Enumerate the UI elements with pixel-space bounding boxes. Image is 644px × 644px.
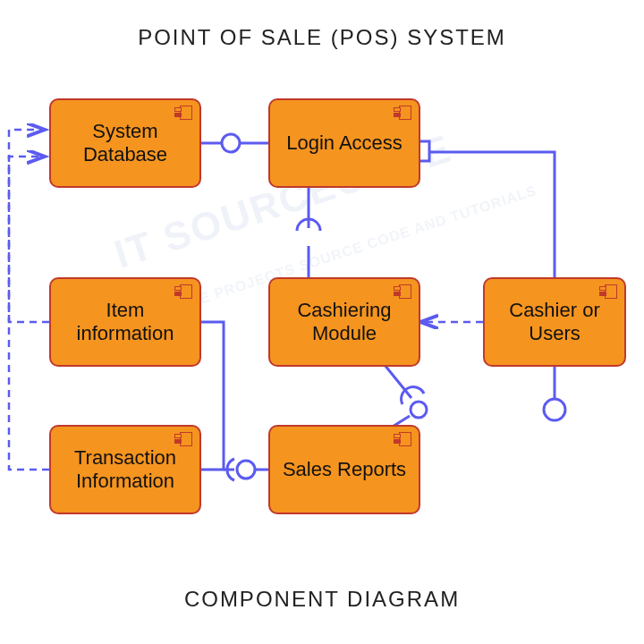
svg-point-2 (301, 233, 317, 250)
component-icon (178, 106, 192, 118)
component-label: System Database (62, 120, 189, 167)
component-icon (397, 432, 411, 445)
svg-point-3 (411, 402, 427, 418)
component-sales-reports: Sales Reports (268, 425, 420, 514)
component-label: Item information (62, 299, 189, 346)
diagram-title: POINT OF SALE (POS) SYSTEM (0, 25, 644, 50)
component-system-database: System Database (49, 98, 201, 188)
component-cashier-users: Cashier or Users (483, 277, 626, 367)
svg-point-0 (222, 134, 240, 152)
component-icon (603, 284, 617, 297)
component-icon (397, 106, 411, 118)
component-label: Cashier or Users (496, 299, 614, 346)
component-item-information: Item information (49, 277, 201, 367)
component-label: Cashiering Module (281, 299, 408, 346)
component-transaction-information: Transaction Information (49, 425, 201, 514)
component-icon (178, 284, 192, 297)
component-icon (397, 284, 411, 297)
diagram-subtitle: COMPONENT DIAGRAM (0, 587, 644, 612)
component-icon (178, 432, 192, 445)
component-label: Sales Reports (283, 458, 406, 481)
component-label: Login Access (286, 131, 402, 155)
component-label: Transaction Information (62, 446, 189, 494)
svg-point-5 (544, 399, 565, 420)
component-cashiering-module: Cashiering Module (268, 277, 420, 367)
svg-point-4 (237, 461, 255, 479)
component-login-access: Login Access (268, 98, 420, 188)
